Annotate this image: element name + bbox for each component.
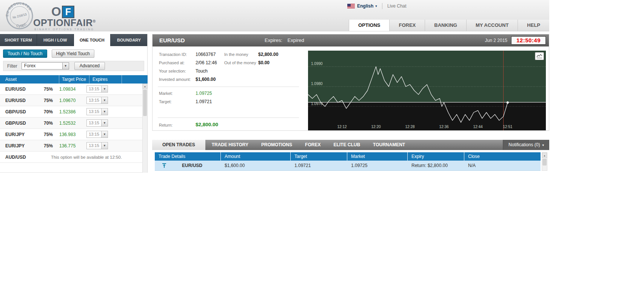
tab-boundary[interactable]: BOUNDARY [111, 34, 147, 46]
brand-name: OPTIONFAIR® [33, 17, 96, 28]
expires-dropdown[interactable]: 13:15▼ [86, 108, 108, 115]
option-type-tabs: SHORT TERM HIGH / LOW ONE TOUCH BOUNDARY [0, 34, 147, 46]
out-money-label: Out of the money [224, 60, 256, 65]
cysec-stamp-icon: EU REGULATED CySEC № 216/13 [4, 1, 35, 31]
expires-value: 13:15 [87, 86, 101, 92]
price-chart: 1.09901.09801.097012:1212:2012:2812:3612… [308, 51, 546, 130]
dropdown-arrow-icon[interactable]: ▼ [101, 120, 108, 126]
trade-detail-body: Transaction ID: 10663767 In the money $2… [153, 46, 549, 130]
nav-tab-options[interactable]: OPTIONS [349, 20, 390, 31]
dropdown-arrow-icon[interactable]: ▼ [101, 86, 108, 92]
asset-target-price: 1.09670 [53, 98, 85, 103]
trade-detail-panel: EUR/USD Expires: Expired Jun 2 2015 12:5… [152, 34, 549, 131]
tab-forex[interactable]: FOREX [299, 140, 327, 150]
purchased-at-value: 2/06 12:46 [196, 60, 217, 65]
chart-type-button[interactable] [535, 52, 544, 60]
column-header-target-price: Target Price [59, 75, 89, 84]
tab-open-trades[interactable]: OPEN TRADES [152, 140, 205, 150]
asset-row[interactable]: GBP/USD70%1.5238613:15▼ [0, 106, 143, 118]
dropdown-arrow-icon[interactable]: ▼ [101, 131, 108, 138]
logo-letter-f: F [62, 6, 74, 18]
dropdown-arrow-icon[interactable]: ▼ [101, 142, 108, 149]
tab-trade-history[interactable]: TRADE HISTORY [205, 140, 255, 150]
dropdown-arrow-icon[interactable]: ▼ [101, 97, 108, 104]
advanced-button[interactable]: Advanced [74, 62, 105, 70]
filter-bar: Filter Forex ▼ Advanced [3, 61, 144, 71]
live-chat-link[interactable]: Live Chat [387, 3, 407, 9]
asset-row[interactable]: GBP/USD70%1.5253213:15▼ [0, 118, 143, 129]
asset-row[interactable]: EUR/JPY75%136.98313:15▼ [0, 129, 143, 140]
asset-name: EUR/JPY [0, 132, 35, 137]
in-money-label: In the money [224, 52, 248, 57]
scrollbar-thumb[interactable] [143, 90, 147, 116]
asset-row-pending: AUD/USDThis option will be available at … [0, 152, 143, 163]
expires-dropdown[interactable]: 13:15▼ [86, 97, 108, 104]
asset-row[interactable]: EUR/USD75%1.0967013:15▼ [0, 95, 143, 106]
tab-one-touch[interactable]: ONE TOUCH [74, 34, 111, 46]
filter-select[interactable]: Forex ▼ [22, 62, 69, 70]
tab-high-low[interactable]: HIGH / LOW [37, 34, 74, 46]
dropdown-arrow-icon[interactable]: ▼ [62, 63, 69, 69]
column-header-expiry: Expiry [408, 152, 464, 161]
dropdown-arrow-icon[interactable]: ▼ [101, 108, 108, 115]
column-header-amount: Amount [221, 152, 291, 161]
tab-short-term[interactable]: SHORT TERM [0, 34, 37, 46]
touch-no-touch-button[interactable]: Touch / No Touch [3, 50, 47, 58]
transaction-id-label: Transaction ID: [159, 52, 187, 57]
divider [158, 87, 299, 87]
trade-expiry: Return: $2,800.00 [408, 161, 464, 170]
asset-row[interactable]: EUR/USD75%1.0983413:15▼ [0, 84, 143, 95]
expires-dropdown[interactable]: 13:15▼ [86, 142, 108, 149]
expires-label: Expires: [265, 37, 282, 43]
expires-dropdown[interactable]: 13:15▼ [86, 85, 108, 93]
trade-pair-title: EUR/USD [159, 37, 185, 43]
tab-promotions[interactable]: PROMOTIONS [255, 140, 299, 150]
nav-tab-my-account[interactable]: MY ACCOUNT [466, 20, 518, 31]
svg-text:12:36: 12:36 [439, 125, 448, 129]
open-trades-table-header: Trade Details Amount Target Market Expir… [155, 152, 541, 161]
brand-name-text: OPTIONFAIR [33, 17, 93, 28]
tab-elite-club[interactable]: ELITE CLUB [327, 140, 367, 150]
asset-row[interactable]: EUR/JPY75%136.77513:15▼ [0, 140, 143, 152]
scroll-up-icon[interactable]: ▲ [143, 84, 147, 89]
svg-text:1.0980: 1.0980 [311, 82, 323, 86]
language-caret-icon[interactable]: ▾ [375, 4, 377, 8]
transaction-id-value: 10663767 [196, 52, 216, 57]
notifications-dropdown[interactable]: Notifications (0)▾ [503, 140, 549, 150]
out-money-value: $0.00 [258, 60, 270, 65]
asset-table-scrollbar[interactable]: ▲ [142, 84, 147, 173]
high-yield-touch-button[interactable]: High Yield Touch [52, 50, 94, 58]
expires-dropdown[interactable]: 13:15▼ [86, 131, 108, 138]
column-header-trade-details: Trade Details [155, 152, 221, 161]
open-trades-scrollbar[interactable]: ▲ [542, 152, 547, 171]
scrollbar-thumb[interactable] [542, 159, 547, 166]
expires-value: 13:15 [87, 131, 101, 138]
touch-mode-buttons: Touch / No Touch High Yield Touch [3, 50, 94, 58]
open-trade-row[interactable]: EUR/USD $1,600.00 1.09721 1.09725 Return… [155, 161, 541, 171]
invested-label: Invested amount: [159, 77, 191, 82]
filter-selected-value: Forex [22, 63, 62, 69]
market-label: Market: [159, 91, 173, 96]
nav-tab-forex[interactable]: FOREX [389, 20, 425, 31]
stamp-number-text: № 216/13 [12, 12, 27, 20]
column-header-target: Target [291, 152, 347, 161]
asset-payout: 75% [35, 98, 53, 103]
nav-tab-help[interactable]: HELP [518, 20, 549, 31]
trade-close: N/A [464, 161, 541, 170]
availability-note: This option will be available at 12:50. [35, 155, 143, 159]
expires-value: 13:15 [87, 97, 101, 104]
tab-tournament[interactable]: TOURNAMENT [367, 140, 411, 150]
asset-target-price: 1.52532 [53, 121, 85, 126]
scroll-up-icon[interactable]: ▲ [542, 153, 547, 158]
brand-tagline: BINARY OPTIONS TRADING [34, 28, 94, 31]
trades-panel: OPEN TRADES TRADE HISTORY PROMOTIONS FOR… [152, 140, 549, 173]
language-selector[interactable]: English [357, 3, 373, 9]
market-value: 1.09725 [196, 91, 212, 96]
touch-up-icon [162, 163, 167, 168]
chart-type-icon [536, 54, 542, 59]
expires-dropdown[interactable]: 13:15▼ [86, 119, 108, 127]
selection-label: Your selection: [159, 69, 186, 73]
current-date: Jun 2 2015 [485, 38, 507, 43]
nav-tab-banking[interactable]: BANKING [425, 20, 466, 31]
top-header: EU REGULATED CySEC № 216/13 O F OPTIONFA… [0, 0, 549, 31]
